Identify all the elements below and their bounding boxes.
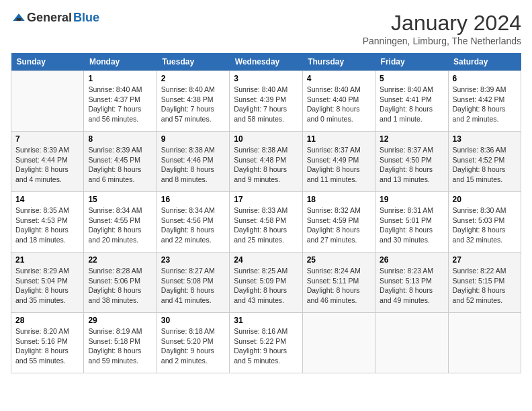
week-row: 7Sunrise: 8:39 AM Sunset: 4:44 PM Daylig… xyxy=(11,132,521,192)
month-title: January 2024 xyxy=(363,11,521,36)
day-number: 21 xyxy=(15,255,79,265)
day-info: Sunrise: 8:24 AM Sunset: 5:11 PM Dayligh… xyxy=(307,266,371,306)
day-info: Sunrise: 8:16 AM Sunset: 5:22 PM Dayligh… xyxy=(234,326,298,366)
day-info: Sunrise: 8:37 AM Sunset: 4:49 PM Dayligh… xyxy=(307,145,371,185)
weekday-header: Monday xyxy=(84,53,157,71)
calendar-cell: 5Sunrise: 8:40 AM Sunset: 4:41 PM Daylig… xyxy=(375,71,448,132)
location: Panningen, Limburg, The Netherlands xyxy=(363,36,521,46)
day-info: Sunrise: 8:31 AM Sunset: 5:01 PM Dayligh… xyxy=(380,205,443,245)
day-info: Sunrise: 8:40 AM Sunset: 4:40 PM Dayligh… xyxy=(307,85,371,124)
weekday-header-row: SundayMondayTuesdayWednesdayThursdayFrid… xyxy=(11,53,521,71)
weekday-header: Thursday xyxy=(302,53,375,71)
day-number: 22 xyxy=(88,255,152,265)
calendar-cell: 28Sunrise: 8:20 AM Sunset: 5:16 PM Dayli… xyxy=(11,313,84,373)
day-info: Sunrise: 8:40 AM Sunset: 4:37 PM Dayligh… xyxy=(88,85,152,124)
calendar-cell: 17Sunrise: 8:33 AM Sunset: 4:58 PM Dayli… xyxy=(230,192,302,253)
weekday-header: Wednesday xyxy=(230,53,302,71)
calendar-cell: 1Sunrise: 8:40 AM Sunset: 4:37 PM Daylig… xyxy=(84,71,157,132)
calendar-cell: 13Sunrise: 8:36 AM Sunset: 4:52 PM Dayli… xyxy=(448,132,521,192)
calendar-cell: 2Sunrise: 8:40 AM Sunset: 4:38 PM Daylig… xyxy=(157,71,229,132)
calendar-cell: 15Sunrise: 8:34 AM Sunset: 4:55 PM Dayli… xyxy=(84,192,157,253)
calendar-cell: 8Sunrise: 8:39 AM Sunset: 4:45 PM Daylig… xyxy=(84,132,157,192)
day-number: 23 xyxy=(161,255,225,265)
calendar-cell: 20Sunrise: 8:30 AM Sunset: 5:03 PM Dayli… xyxy=(448,192,521,253)
day-number: 6 xyxy=(453,74,517,83)
calendar-cell: 25Sunrise: 8:24 AM Sunset: 5:11 PM Dayli… xyxy=(302,253,375,313)
day-number: 27 xyxy=(453,255,517,265)
day-number: 15 xyxy=(88,195,152,204)
day-info: Sunrise: 8:25 AM Sunset: 5:09 PM Dayligh… xyxy=(234,266,298,306)
day-number: 9 xyxy=(161,134,225,144)
day-info: Sunrise: 8:35 AM Sunset: 4:53 PM Dayligh… xyxy=(15,205,79,245)
day-info: Sunrise: 8:39 AM Sunset: 4:44 PM Dayligh… xyxy=(15,145,79,185)
calendar-cell: 23Sunrise: 8:27 AM Sunset: 5:08 PM Dayli… xyxy=(157,253,229,313)
day-info: Sunrise: 8:40 AM Sunset: 4:39 PM Dayligh… xyxy=(234,85,298,124)
calendar-cell: 16Sunrise: 8:34 AM Sunset: 4:56 PM Dayli… xyxy=(157,192,229,253)
calendar-cell: 11Sunrise: 8:37 AM Sunset: 4:49 PM Dayli… xyxy=(302,132,375,192)
week-row: 14Sunrise: 8:35 AM Sunset: 4:53 PM Dayli… xyxy=(11,192,521,253)
day-info: Sunrise: 8:38 AM Sunset: 4:46 PM Dayligh… xyxy=(161,145,225,185)
day-number: 5 xyxy=(380,74,443,83)
calendar-cell: 6Sunrise: 8:39 AM Sunset: 4:42 PM Daylig… xyxy=(448,71,521,132)
calendar-cell: 7Sunrise: 8:39 AM Sunset: 4:44 PM Daylig… xyxy=(11,132,84,192)
calendar-cell: 12Sunrise: 8:37 AM Sunset: 4:50 PM Dayli… xyxy=(375,132,448,192)
calendar-cell: 30Sunrise: 8:18 AM Sunset: 5:20 PM Dayli… xyxy=(157,313,229,373)
week-row: 1Sunrise: 8:40 AM Sunset: 4:37 PM Daylig… xyxy=(11,71,521,132)
calendar-cell xyxy=(302,313,375,373)
day-info: Sunrise: 8:22 AM Sunset: 5:15 PM Dayligh… xyxy=(453,266,517,306)
day-info: Sunrise: 8:39 AM Sunset: 4:42 PM Dayligh… xyxy=(453,85,517,124)
calendar-cell: 19Sunrise: 8:31 AM Sunset: 5:01 PM Dayli… xyxy=(375,192,448,253)
day-info: Sunrise: 8:34 AM Sunset: 4:55 PM Dayligh… xyxy=(88,205,152,245)
day-info: Sunrise: 8:40 AM Sunset: 4:38 PM Dayligh… xyxy=(161,85,225,124)
calendar-cell: 9Sunrise: 8:38 AM Sunset: 4:46 PM Daylig… xyxy=(157,132,229,192)
calendar-cell: 4Sunrise: 8:40 AM Sunset: 4:40 PM Daylig… xyxy=(302,71,375,132)
day-info: Sunrise: 8:33 AM Sunset: 4:58 PM Dayligh… xyxy=(234,205,298,245)
day-number: 16 xyxy=(161,195,225,204)
day-number: 8 xyxy=(88,134,152,144)
logo-general: General xyxy=(27,11,72,25)
logo: GeneralBlue xyxy=(11,11,99,25)
weekday-header: Saturday xyxy=(448,53,521,71)
day-info: Sunrise: 8:40 AM Sunset: 4:41 PM Dayligh… xyxy=(380,85,443,124)
calendar-cell xyxy=(11,71,84,132)
day-number: 3 xyxy=(234,74,298,83)
day-info: Sunrise: 8:19 AM Sunset: 5:18 PM Dayligh… xyxy=(88,326,152,366)
day-number: 13 xyxy=(453,134,517,144)
day-info: Sunrise: 8:23 AM Sunset: 5:13 PM Dayligh… xyxy=(380,266,443,306)
calendar-cell: 3Sunrise: 8:40 AM Sunset: 4:39 PM Daylig… xyxy=(230,71,302,132)
day-number: 7 xyxy=(15,134,79,144)
calendar-cell: 18Sunrise: 8:32 AM Sunset: 4:59 PM Dayli… xyxy=(302,192,375,253)
day-number: 24 xyxy=(234,255,298,265)
day-info: Sunrise: 8:36 AM Sunset: 4:52 PM Dayligh… xyxy=(453,145,517,185)
day-number: 14 xyxy=(15,195,79,204)
calendar-cell: 10Sunrise: 8:38 AM Sunset: 4:48 PM Dayli… xyxy=(230,132,302,192)
calendar-table: SundayMondayTuesdayWednesdayThursdayFrid… xyxy=(11,53,521,373)
page-header: GeneralBlue January 2024 Panningen, Limb… xyxy=(11,11,521,46)
calendar-cell: 22Sunrise: 8:28 AM Sunset: 5:06 PM Dayli… xyxy=(84,253,157,313)
logo-blue: Blue xyxy=(73,11,99,25)
calendar-cell: 14Sunrise: 8:35 AM Sunset: 4:53 PM Dayli… xyxy=(11,192,84,253)
calendar-cell xyxy=(448,313,521,373)
day-number: 19 xyxy=(380,195,443,204)
week-row: 28Sunrise: 8:20 AM Sunset: 5:16 PM Dayli… xyxy=(11,313,521,373)
day-number: 29 xyxy=(88,316,152,325)
day-info: Sunrise: 8:18 AM Sunset: 5:20 PM Dayligh… xyxy=(161,326,225,366)
calendar-cell xyxy=(375,313,448,373)
day-info: Sunrise: 8:28 AM Sunset: 5:06 PM Dayligh… xyxy=(88,266,152,306)
calendar-cell: 26Sunrise: 8:23 AM Sunset: 5:13 PM Dayli… xyxy=(375,253,448,313)
day-number: 26 xyxy=(380,255,443,265)
logo-icon xyxy=(12,11,26,25)
day-number: 1 xyxy=(88,74,152,83)
day-number: 17 xyxy=(234,195,298,204)
calendar-cell: 27Sunrise: 8:22 AM Sunset: 5:15 PM Dayli… xyxy=(448,253,521,313)
day-number: 2 xyxy=(161,74,225,83)
weekday-header: Friday xyxy=(375,53,448,71)
weekday-header: Tuesday xyxy=(157,53,229,71)
day-number: 25 xyxy=(307,255,371,265)
day-number: 18 xyxy=(307,195,371,204)
day-info: Sunrise: 8:38 AM Sunset: 4:48 PM Dayligh… xyxy=(234,145,298,185)
day-info: Sunrise: 8:37 AM Sunset: 4:50 PM Dayligh… xyxy=(380,145,443,185)
svg-rect-1 xyxy=(17,18,21,21)
calendar-cell: 21Sunrise: 8:29 AM Sunset: 5:04 PM Dayli… xyxy=(11,253,84,313)
calendar-cell: 29Sunrise: 8:19 AM Sunset: 5:18 PM Dayli… xyxy=(84,313,157,373)
